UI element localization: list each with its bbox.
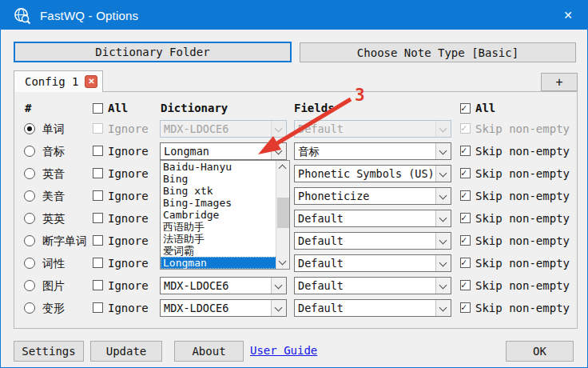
row-label-6: 词性 [42,254,65,272]
skip-label-row-3: Skip non-empty [475,187,570,205]
ignore-label-row-8: Ignore [108,299,149,317]
titlebar: FastWQ - Options ✕ [1,1,587,30]
ok-button[interactable]: OK [506,341,574,362]
field-combo-row-3[interactable]: Phoneticize [294,187,451,205]
ignore-checkbox-row-5[interactable] [93,235,103,246]
field-combo-value-3: Phoneticize [295,188,435,204]
ignore-checkbox-row-7[interactable] [93,280,103,290]
radio-row-5[interactable] [24,235,35,246]
ignore-checkbox-row-8[interactable] [93,302,103,313]
ignore-label-row-7: Ignore [108,277,149,294]
chevron-down-icon[interactable] [435,188,451,204]
skip-checkbox-row-0[interactable] [460,123,471,134]
field-combo-row-1[interactable]: 音标 [294,142,451,160]
dict-combo-row-1[interactable]: Longman [160,142,287,160]
tab-close-icon[interactable]: ✕ [85,75,97,88]
ignore-checkbox-row-4[interactable] [93,213,103,223]
dropdown-item-8[interactable]: Longman [161,257,276,269]
radio-row-4[interactable] [24,213,35,224]
skip-checkbox-row-7[interactable] [460,280,471,290]
row-label-2: 英音 [42,165,65,182]
ignore-checkbox-row-0[interactable] [93,123,103,134]
skip-checkbox-row-2[interactable] [460,168,471,178]
chevron-down-icon[interactable] [271,143,286,159]
chevron-down-icon[interactable] [435,210,451,226]
radio-row-6[interactable] [24,258,35,269]
about-button[interactable]: About [174,341,244,362]
dictionary-folder-button[interactable]: Dictionary Folder [14,42,292,62]
field-combo-row-5[interactable]: Default [294,232,451,250]
dropdown-item-7[interactable]: 爱词霸 [161,245,276,257]
dropdown-scrollbar[interactable] [276,161,289,269]
chevron-down-icon[interactable] [435,143,451,159]
tab-config-1[interactable]: Config 1 ✕ [14,70,103,92]
row-label-4: 英英 [42,210,65,227]
dict-combo-value-8: MDX-LDOCE6 [161,300,271,316]
skip-label-row-2: Skip non-empty [475,165,570,182]
radio-row-3[interactable] [24,190,35,202]
skip-label-row-4: Skip non-empty [475,210,570,227]
dropdown-item-2[interactable]: Bing xtk [161,185,276,197]
skip-label-row-5: Skip non-empty [475,232,570,250]
skip-checkbox-row-4[interactable] [460,213,471,223]
chevron-down-icon[interactable] [271,300,286,316]
radio-row-7[interactable] [24,280,35,291]
field-combo-row-7[interactable]: Default [294,277,451,294]
dropdown-item-5[interactable]: 西语助手 [161,221,276,233]
dropdown-item-3[interactable]: Bing-Images [161,197,276,209]
ignore-checkbox-row-2[interactable] [93,168,103,178]
radio-row-1[interactable] [24,146,35,157]
choose-note-type-button[interactable]: Choose Note Type [Basic] [300,42,576,62]
field-combo-row-8[interactable]: Default [294,299,451,317]
skip-checkbox-row-5[interactable] [460,235,471,246]
chevron-down-icon[interactable] [435,300,451,316]
skip-checkbox-row-6[interactable] [460,258,471,268]
settings-button[interactable]: Settings [14,341,84,362]
scroll-up-icon[interactable] [279,165,287,173]
radio-row-2[interactable] [24,168,35,179]
field-combo-row-4[interactable]: Default [294,210,451,227]
dropdown-item-0[interactable]: Baidu-Hanyu [161,161,276,173]
field-combo-row-6[interactable]: Default [294,254,451,272]
dict-combo-row-7[interactable]: MDX-LDOCE6 [160,277,287,294]
scroll-down-icon[interactable] [279,258,287,266]
all-ignore-checkbox[interactable] [93,103,103,114]
column-header-fields: Fields [294,102,335,114]
ignore-label-row-0: Ignore [108,120,149,138]
radio-row-0[interactable] [24,123,35,134]
ignore-checkbox-row-3[interactable] [93,190,103,201]
field-combo-row-2[interactable]: Phonetic Symbols (US) [294,165,451,182]
add-config-tab-button[interactable]: + [541,73,578,91]
chevron-down-icon[interactable] [271,278,286,294]
dict-combo-row-0[interactable]: MDX-LDOCE6 [160,120,287,138]
skip-checkbox-row-1[interactable] [460,146,471,156]
chevron-down-icon[interactable] [435,255,451,271]
field-combo-value-8: Default [295,300,435,316]
dict-combo-row-8[interactable]: MDX-LDOCE6 [160,299,287,317]
chevron-down-icon[interactable] [435,121,451,137]
ignore-checkbox-row-6[interactable] [93,258,103,268]
globe-search-icon [13,6,31,25]
field-combo-value-7: Default [295,278,435,294]
chevron-down-icon[interactable] [271,121,286,137]
field-combo-row-0[interactable]: Default [294,120,451,138]
scrollbar-thumb[interactable] [277,198,289,228]
skip-checkbox-row-8[interactable] [460,302,471,313]
dropdown-item-6[interactable]: 法语助手 [161,233,276,245]
ignore-checkbox-row-1[interactable] [93,146,103,156]
column-header-dictionary: Dictionary [161,102,228,114]
dropdown-item-4[interactable]: Cambridge [161,209,276,221]
all-skip-checkbox[interactable] [460,103,471,114]
chevron-down-icon[interactable] [435,278,451,294]
chevron-down-icon[interactable] [435,233,451,249]
user-guide-link[interactable]: User Guide [250,344,317,357]
ignore-label-row-2: Ignore [108,165,149,182]
row-label-1: 音标 [42,142,65,160]
dropdown-item-1[interactable]: Bing [161,173,276,185]
radio-row-8[interactable] [24,302,35,314]
ignore-label-row-6: Ignore [108,254,149,272]
skip-checkbox-row-3[interactable] [460,190,471,201]
chevron-down-icon[interactable] [435,166,451,182]
update-button[interactable]: Update [90,341,162,362]
close-icon[interactable]: ✕ [549,1,587,30]
